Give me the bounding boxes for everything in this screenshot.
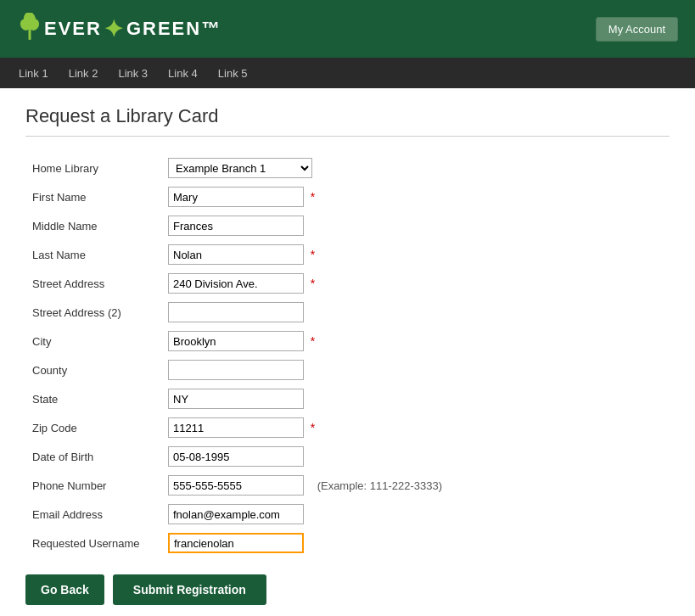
logo: EVER✦GREEN™ — [17, 13, 221, 45]
middle-name-label: Middle Name — [25, 211, 161, 240]
nav-link-5[interactable]: Link 5 — [208, 60, 258, 87]
street-address-input[interactable] — [168, 273, 304, 294]
email-cell — [161, 500, 619, 529]
nav-link-4[interactable]: Link 4 — [158, 60, 208, 87]
first-name-input[interactable] — [168, 187, 304, 207]
phone-row: Phone Number (Example: 111-222-3333) — [25, 471, 619, 500]
dob-row: Date of Birth — [25, 442, 619, 471]
first-name-cell: * — [161, 182, 619, 211]
first-name-required: * — [311, 190, 315, 204]
middle-name-input[interactable] — [168, 216, 304, 236]
logo-text-after: GREEN — [126, 18, 201, 40]
state-label: State — [25, 384, 161, 413]
nav-link-1[interactable]: Link 1 — [8, 60, 59, 87]
dob-label: Date of Birth — [25, 442, 161, 471]
last-name-required: * — [311, 248, 315, 261]
main-content: Request a Library Card Home Library Exam… — [0, 88, 695, 616]
street-address-label: Street Address — [25, 269, 161, 298]
dob-cell — [161, 442, 619, 471]
phone-input[interactable] — [168, 475, 304, 496]
registration-form: Home Library Example Branch 1 Example Br… — [25, 154, 619, 557]
logo-text-before: EVER — [44, 18, 102, 40]
dob-input[interactable] — [168, 446, 304, 467]
submit-button[interactable]: Submit Registration — [113, 574, 266, 605]
logo-text: EVER✦GREEN™ — [44, 15, 221, 43]
county-row: County — [25, 356, 619, 384]
phone-label: Phone Number — [25, 471, 161, 500]
street-address-required: * — [311, 277, 315, 290]
svg-rect-4 — [29, 28, 31, 40]
username-row: Requested Username — [25, 529, 619, 557]
city-required: * — [311, 334, 315, 348]
last-name-cell: * — [161, 240, 619, 269]
zip-cell: * — [161, 413, 619, 442]
home-library-row: Home Library Example Branch 1 Example Br… — [25, 154, 619, 182]
street-address2-cell — [161, 298, 619, 327]
state-input[interactable] — [168, 389, 304, 409]
divider — [25, 136, 670, 137]
page-title: Request a Library Card — [25, 105, 670, 127]
street-address-row: Street Address * — [25, 269, 619, 298]
middle-name-cell — [161, 211, 619, 240]
email-input[interactable] — [168, 504, 304, 524]
my-account-button[interactable]: My Account — [596, 17, 678, 42]
street-address2-row: Street Address (2) — [25, 298, 619, 327]
navbar: Link 1 Link 2 Link 3 Link 4 Link 5 — [0, 58, 695, 88]
first-name-row: First Name * — [25, 182, 619, 211]
middle-name-row: Middle Name — [25, 211, 619, 240]
username-label: Requested Username — [25, 529, 161, 557]
last-name-input[interactable] — [168, 244, 304, 265]
city-label: City — [25, 327, 161, 356]
go-back-button[interactable]: Go Back — [25, 574, 104, 605]
state-cell — [161, 384, 619, 413]
username-cell — [161, 529, 619, 557]
state-row: State — [25, 384, 619, 413]
email-row: Email Address — [25, 500, 619, 529]
zip-input[interactable] — [168, 417, 304, 438]
city-input[interactable] — [168, 331, 304, 351]
email-label: Email Address — [25, 500, 161, 529]
last-name-label: Last Name — [25, 240, 161, 269]
street-address-cell: * — [161, 269, 619, 298]
county-label: County — [25, 356, 161, 384]
home-library-label: Home Library — [25, 154, 161, 182]
nav-link-2[interactable]: Link 2 — [59, 60, 109, 87]
city-cell: * — [161, 327, 619, 356]
zip-label: Zip Code — [25, 413, 161, 442]
home-library-select[interactable]: Example Branch 1 Example Branch 2 — [168, 158, 312, 178]
logo-icon — [17, 13, 42, 45]
first-name-label: First Name — [25, 182, 161, 211]
phone-hint: (Example: 111-222-3333) — [317, 479, 442, 492]
last-name-row: Last Name * — [25, 240, 619, 269]
zip-required: * — [311, 421, 315, 434]
page-header: EVER✦GREEN™ My Account — [0, 0, 695, 58]
phone-cell: (Example: 111-222-3333) — [161, 471, 619, 500]
street-address2-label: Street Address (2) — [25, 298, 161, 327]
street-address2-input[interactable] — [168, 302, 304, 322]
nav-link-3[interactable]: Link 3 — [108, 60, 158, 87]
button-row: Go Back Submit Registration — [25, 574, 670, 605]
city-row: City * — [25, 327, 619, 356]
home-library-cell: Example Branch 1 Example Branch 2 — [161, 154, 619, 182]
county-cell — [161, 356, 619, 384]
zip-row: Zip Code * — [25, 413, 619, 442]
county-input[interactable] — [168, 360, 304, 380]
username-input[interactable] — [168, 533, 304, 553]
